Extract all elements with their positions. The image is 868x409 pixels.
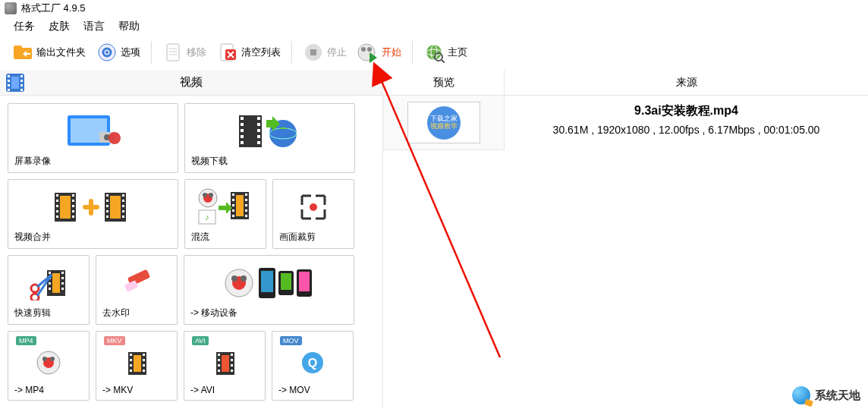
svg-point-16 xyxy=(361,47,366,52)
svg-rect-56 xyxy=(56,210,58,212)
video-category-header[interactable]: 视频 xyxy=(0,70,382,96)
svg-rect-45 xyxy=(257,123,260,126)
video-download-icon xyxy=(188,107,351,155)
thumb-badge: 下载之家 视频教学 xyxy=(427,106,461,140)
tile-remove-watermark[interactable]: 去水印 xyxy=(96,255,178,325)
tile-mp4[interactable]: MP4 -> MP4 xyxy=(8,331,90,401)
video-category-label: 视频 xyxy=(180,75,203,90)
eraser-icon xyxy=(99,259,174,307)
svg-point-18 xyxy=(426,45,442,60)
tile-avi-label: -> AVI xyxy=(187,385,215,395)
svg-rect-92 xyxy=(236,195,244,216)
tile-mux[interactable]: ♪ 混流 xyxy=(184,179,266,249)
svg-rect-44 xyxy=(257,117,260,120)
svg-rect-70 xyxy=(122,205,124,207)
svg-rect-65 xyxy=(106,205,108,207)
svg-point-17 xyxy=(367,47,372,52)
svg-point-37 xyxy=(108,132,121,144)
mobile-devices-icon xyxy=(187,259,351,307)
svg-rect-57 xyxy=(56,216,58,218)
svg-rect-58 xyxy=(72,194,74,197)
svg-rect-43 xyxy=(241,141,244,144)
tile-to-mobile[interactable]: -> 移动设备 xyxy=(184,255,354,325)
app-title: 格式工厂 4.9.5 xyxy=(21,2,86,15)
tile-mkv-label: -> MKV xyxy=(99,385,133,395)
source-header[interactable]: 来源 xyxy=(505,70,868,96)
svg-rect-68 xyxy=(122,194,124,197)
tile-video-download-label: 视频下载 xyxy=(188,155,228,168)
tile-grid-scroll[interactable]: 屏幕录像 视频下载 视频合并 ♪ xyxy=(0,96,382,409)
tile-video-merge[interactable]: 视频合并 xyxy=(8,179,178,249)
tile-avi[interactable]: AVI -> AVI xyxy=(184,331,266,401)
svg-point-93 xyxy=(310,203,317,211)
mp4-badge: MP4 xyxy=(16,336,36,345)
svg-rect-24 xyxy=(8,75,10,77)
file-meta: 30.61M , 1920x1080 , 12.00fps , 6.17Mbps… xyxy=(512,124,860,136)
mkv-badge: MKV xyxy=(104,336,125,345)
svg-rect-29 xyxy=(20,80,23,82)
stop-button[interactable]: 停止 xyxy=(300,40,350,64)
remove-label: 移除 xyxy=(187,46,206,59)
content-area: 视频 屏幕录像 视频下载 xyxy=(0,70,868,409)
toolbar-divider-2 xyxy=(291,41,292,64)
video-merge-icon xyxy=(11,183,175,231)
tile-mkv[interactable]: MKV -> MKV xyxy=(96,331,178,401)
document-icon xyxy=(162,42,184,63)
svg-rect-98 xyxy=(49,288,51,290)
svg-rect-99 xyxy=(61,272,64,274)
menu-tasks[interactable]: 任务 xyxy=(14,20,35,33)
svg-rect-85 xyxy=(232,209,234,212)
menu-help[interactable]: 帮助 xyxy=(118,20,140,33)
toolbar-divider-3 xyxy=(412,41,413,64)
svg-rect-30 xyxy=(20,84,23,87)
svg-rect-86 xyxy=(232,215,234,217)
svg-rect-97 xyxy=(49,282,51,285)
mov-badge: MOV xyxy=(280,336,302,345)
svg-rect-119 xyxy=(299,272,310,291)
svg-rect-90 xyxy=(245,209,247,212)
svg-rect-40 xyxy=(241,123,244,126)
film-icon xyxy=(5,72,26,93)
start-button[interactable]: 开始 xyxy=(354,40,404,64)
toolbar: 输出文件夹 选项 移除 清空列表 停止 开始 主页 xyxy=(0,36,868,70)
svg-point-112 xyxy=(231,275,237,282)
svg-rect-67 xyxy=(106,216,108,218)
preview-header[interactable]: 预览 xyxy=(383,70,505,96)
clear-list-button[interactable]: 清空列表 xyxy=(214,40,284,64)
watermark-globe-icon xyxy=(792,386,810,404)
menu-language[interactable]: 语言 xyxy=(83,20,105,33)
left-pane: 视频 屏幕录像 视频下载 xyxy=(0,70,383,409)
svg-rect-63 xyxy=(106,194,108,197)
tile-crop[interactable]: 画面裁剪 xyxy=(272,179,354,249)
svg-point-78 xyxy=(209,193,213,197)
svg-rect-143 xyxy=(222,355,229,372)
svg-rect-66 xyxy=(106,210,108,212)
output-folder-button[interactable]: 输出文件夹 xyxy=(9,40,89,64)
menu-skin[interactable]: 皮肤 xyxy=(49,20,70,33)
file-row[interactable]: 下载之家 视频教学 9.3ai安装教程.mp4 30.61M , 1920x10… xyxy=(383,96,868,150)
svg-point-4 xyxy=(105,51,108,54)
stop-label: 停止 xyxy=(327,46,347,59)
avi-badge: AVI xyxy=(192,336,209,345)
thumbnail-cell[interactable]: 下载之家 视频教学 xyxy=(383,96,505,150)
remove-button[interactable]: 移除 xyxy=(159,40,209,64)
tile-quick-cut[interactable]: 快速剪辑 xyxy=(8,255,90,325)
svg-point-77 xyxy=(203,193,207,197)
svg-rect-142 xyxy=(231,370,233,372)
tile-screen-record-label: 屏幕录像 xyxy=(11,155,51,168)
svg-rect-128 xyxy=(130,370,132,372)
svg-rect-32 xyxy=(11,77,19,89)
tile-screen-record[interactable]: 屏幕录像 xyxy=(8,103,178,173)
screen-record-icon xyxy=(11,107,175,155)
tile-video-download[interactable]: 视频下载 xyxy=(184,103,355,173)
home-button[interactable]: 主页 xyxy=(420,40,470,64)
tile-mov[interactable]: MOV Q -> MOV xyxy=(272,331,354,401)
output-folder-label: 输出文件夹 xyxy=(36,46,86,59)
svg-rect-135 xyxy=(218,354,220,356)
options-button[interactable]: 选项 xyxy=(93,40,143,64)
tile-grid: 屏幕录像 视频下载 视频合并 ♪ xyxy=(8,103,375,401)
app-icon xyxy=(5,2,17,14)
svg-rect-95 xyxy=(49,272,51,274)
options-label: 选项 xyxy=(121,46,140,59)
svg-rect-82 xyxy=(232,193,234,196)
